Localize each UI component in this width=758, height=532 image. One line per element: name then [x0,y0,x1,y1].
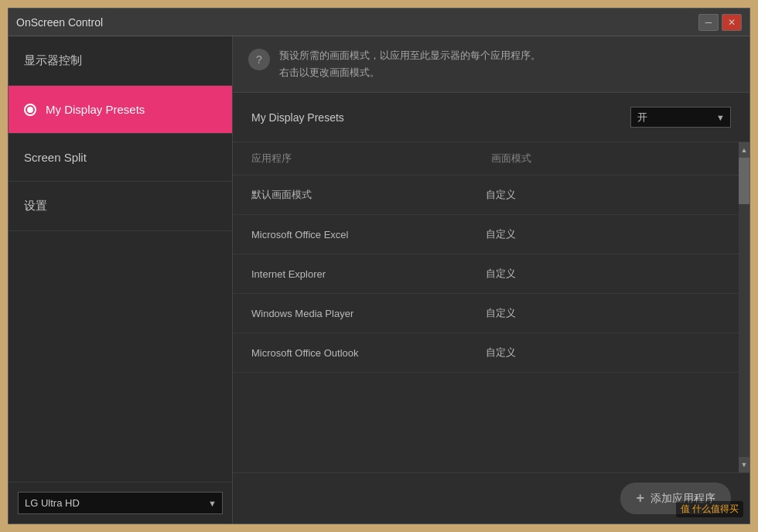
window-title: OnScreen Control [16,16,103,29]
scrollbar-arrow-down[interactable]: ▼ [739,457,749,472]
sidebar-bottom: LG Ultra HD [9,482,232,523]
monitor-select[interactable]: LG Ultra HD [18,492,223,514]
app-name: Internet Explorer [251,268,486,280]
info-text-line1: 预设所需的画面模式，以应用至此显示器的每个应用程序。 [279,47,541,64]
app-mode: 自定义 [486,346,720,360]
scrollbar-arrow-up[interactable]: ▲ [739,142,749,158]
add-app-label: 添加应用程序 [650,492,715,506]
col-header-app: 应用程序 [251,152,491,165]
app-mode: 自定义 [486,188,720,202]
table-row[interactable]: Internet Explorer 自定义 [233,254,739,294]
app-name: Microsoft Office Outlook [251,347,486,359]
sidebar-label-screen-split: Screen Split [24,151,87,164]
panel-content: My Display Presets 开 关 应用程序 画面模式 [233,93,749,523]
scrollbar-thumb[interactable] [739,158,749,204]
sidebar: 显示器控制 My Display Presets Screen Split 设置… [9,36,233,523]
info-icon: ? [248,49,270,70]
sidebar-item-my-display-presets[interactable]: My Display Presets [9,86,232,134]
table-wrapper: 应用程序 画面模式 默认画面模式 自定义 Microsoft Office Ex… [233,142,749,472]
table-row[interactable]: Windows Media Player 自定义 [233,294,739,333]
plus-icon: + [636,490,644,506]
app-name: Microsoft Office Excel [251,229,486,240]
col-header-mode: 画面模式 [491,152,731,165]
info-text-line2: 右击以更改画面模式。 [279,64,541,81]
table-row[interactable]: 默认画面模式 自定义 [233,176,739,215]
app-mode: 自定义 [486,267,720,281]
title-bar: OnScreen Control ─ ✕ [9,9,749,36]
col-headers: 应用程序 画面模式 [233,142,749,176]
sidebar-item-settings[interactable]: 设置 [9,182,232,231]
preset-select[interactable]: 开 关 [630,107,731,128]
info-text: 预设所需的画面模式，以应用至此显示器的每个应用程序。 右击以更改画面模式。 [279,47,541,81]
sidebar-item-screen-split[interactable]: Screen Split [9,134,232,182]
main-window: OnScreen Control ─ ✕ 显示器控制 My Display Pr… [8,8,750,524]
preset-select-wrapper[interactable]: 开 关 [630,107,731,128]
window-controls: ─ ✕ [698,14,742,31]
sidebar-label-settings: 设置 [24,199,47,213]
add-app-button[interactable]: + 添加应用程序 [620,483,731,514]
minimize-button[interactable]: ─ [698,14,719,31]
sidebar-item-display-control[interactable]: 显示器控制 [9,36,232,86]
sidebar-label-my-display-presets: My Display Presets [46,103,145,116]
bottom-bar: + 添加应用程序 [233,472,749,523]
app-name: Windows Media Player [251,308,486,319]
radio-dot [24,104,36,116]
right-panel: ? 预设所需的画面模式，以应用至此显示器的每个应用程序。 右击以更改画面模式。 … [233,36,749,523]
app-mode: 自定义 [486,227,720,241]
close-button[interactable]: ✕ [722,14,742,31]
table-scroll[interactable]: 默认画面模式 自定义 Microsoft Office Excel 自定义 In… [233,176,749,472]
sidebar-spacer [9,231,232,482]
main-content: 显示器控制 My Display Presets Screen Split 设置… [9,36,749,523]
table-row[interactable]: Microsoft Office Outlook 自定义 [233,333,739,373]
table-row[interactable]: Microsoft Office Excel 自定义 [233,215,739,254]
scrollbar-track[interactable]: ▲ ▼ [739,142,749,472]
monitor-select-wrapper[interactable]: LG Ultra HD [18,492,223,514]
info-bar: ? 预设所需的画面模式，以应用至此显示器的每个应用程序。 右击以更改画面模式。 [233,36,749,93]
sidebar-label-display-control: 显示器控制 [24,53,82,68]
app-name: 默认画面模式 [251,188,486,202]
preset-label: My Display Presets [251,111,344,124]
preset-header-row: My Display Presets 开 关 [233,93,749,142]
app-mode: 自定义 [486,306,720,320]
